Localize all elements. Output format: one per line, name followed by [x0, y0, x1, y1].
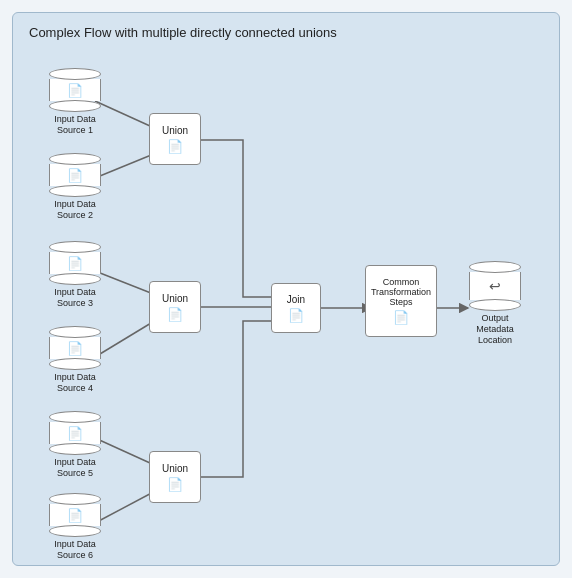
source-5-label: Input DataSource 5 — [54, 457, 96, 479]
source-3: 📄 Input DataSource 3 — [41, 241, 109, 309]
source-6: 📄 Input DataSource 6 — [41, 493, 109, 561]
transform-icon: 📄 — [393, 310, 409, 325]
union-3[interactable]: Union 📄 — [149, 451, 201, 503]
source-1-icon: 📄 — [67, 83, 83, 98]
union-2-label: Union — [162, 293, 188, 304]
source-2: 📄 Input DataSource 2 — [41, 153, 109, 221]
union-2[interactable]: Union 📄 — [149, 281, 201, 333]
output-label: OutputMetadataLocation — [476, 313, 514, 345]
source-1-label: Input DataSource 1 — [54, 114, 96, 136]
source-4-icon: 📄 — [67, 341, 83, 356]
source-6-label: Input DataSource 6 — [54, 539, 96, 561]
union-1[interactable]: Union 📄 — [149, 113, 201, 165]
source-5-icon: 📄 — [67, 426, 83, 441]
source-4: 📄 Input DataSource 4 — [41, 326, 109, 394]
transform-node[interactable]: CommonTransformationSteps 📄 — [365, 265, 437, 337]
output-node[interactable]: ↩ OutputMetadataLocation — [461, 261, 529, 345]
output-icon: ↩ — [489, 278, 501, 294]
source-5: 📄 Input DataSource 5 — [41, 411, 109, 479]
join-icon: 📄 — [288, 308, 304, 323]
join-node[interactable]: Join 📄 — [271, 283, 321, 333]
diagram-title: Complex Flow with multiple directly conn… — [29, 25, 337, 40]
source-4-label: Input DataSource 4 — [54, 372, 96, 394]
diagram-container: Complex Flow with multiple directly conn… — [12, 12, 560, 566]
source-3-icon: 📄 — [67, 256, 83, 271]
union-3-icon: 📄 — [167, 477, 183, 492]
source-2-icon: 📄 — [67, 168, 83, 183]
source-1: 📄 Input DataSource 1 — [41, 68, 109, 136]
union-2-icon: 📄 — [167, 307, 183, 322]
union-1-icon: 📄 — [167, 139, 183, 154]
union-1-label: Union — [162, 125, 188, 136]
source-6-icon: 📄 — [67, 508, 83, 523]
join-label: Join — [287, 294, 305, 305]
source-3-label: Input DataSource 3 — [54, 287, 96, 309]
source-2-label: Input DataSource 2 — [54, 199, 96, 221]
transform-label: CommonTransformationSteps — [371, 277, 431, 307]
union-3-label: Union — [162, 463, 188, 474]
